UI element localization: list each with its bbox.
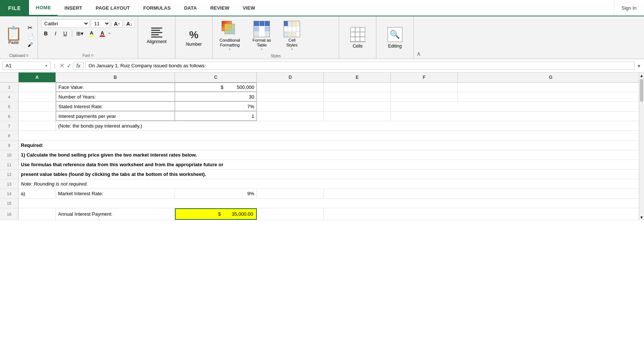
number-button[interactable]: % Number <box>181 27 206 49</box>
cell-16-c[interactable]: $ 35,000.00 <box>175 208 257 220</box>
cell-5-b[interactable]: Stated Interest Rate: <box>56 102 175 111</box>
cell-6-c[interactable]: 1 <box>175 112 257 121</box>
cut-button[interactable]: ✂ <box>26 23 35 32</box>
cell-3-f[interactable] <box>391 83 458 92</box>
cancel-edit-icon[interactable]: ✕ <box>60 62 64 69</box>
scrollbar-up-arrow[interactable]: ▲ <box>639 73 644 78</box>
tab-page-layout[interactable]: PAGE LAYOUT <box>89 0 137 16</box>
cell-4-f[interactable] <box>391 92 458 102</box>
tab-insert[interactable]: INSERT <box>58 0 89 16</box>
cell-3-e[interactable] <box>324 83 391 92</box>
confirm-edit-icon[interactable]: ✓ <box>67 62 71 69</box>
cell-11-a[interactable]: Use formulas that reference data from th… <box>19 160 644 169</box>
cell-5-f[interactable] <box>391 102 644 111</box>
col-header-f[interactable]: F <box>391 73 458 82</box>
cell-5-d[interactable] <box>257 102 324 111</box>
col-header-g[interactable]: G <box>458 73 644 82</box>
cell-4-b[interactable]: Number of Years: <box>56 92 175 102</box>
font-size-select[interactable]: 11 <box>91 19 110 28</box>
tab-home[interactable]: HOME <box>29 0 58 16</box>
col-header-d[interactable]: D <box>257 73 324 82</box>
tab-data[interactable]: DATA <box>177 0 203 16</box>
cell-10-a[interactable]: 1) Calculate the bond selling price give… <box>19 150 644 160</box>
cell-ref-dropdown-icon[interactable]: ▾ <box>45 64 47 68</box>
cell-styles-button[interactable]: CellStyles ▾ <box>279 19 305 52</box>
cell-12-a[interactable]: present value tables (found by clicking … <box>19 170 644 179</box>
cell-14-c[interactable]: 9% <box>175 189 257 198</box>
col-header-a[interactable]: A <box>19 73 56 82</box>
bold-button[interactable]: B <box>41 29 51 38</box>
cell-8-all[interactable] <box>19 131 644 140</box>
cell-6-a[interactable] <box>19 112 56 121</box>
alignment-button[interactable]: Alignment <box>142 25 171 46</box>
cell-4-g[interactable] <box>458 92 644 102</box>
cell-16-b[interactable]: Annual Interest Payment: <box>56 208 175 220</box>
function-button[interactable]: fx <box>73 62 84 70</box>
cell-6-b[interactable]: Interest payments per year <box>56 112 175 121</box>
fill-color-button[interactable]: A <box>87 29 96 38</box>
font-shrink-button[interactable]: A↓ <box>124 20 135 28</box>
col-header-b[interactable]: B <box>56 73 175 82</box>
cell-3-g[interactable] <box>458 83 644 92</box>
copy-button[interactable]: 📄 <box>26 33 35 40</box>
file-tab[interactable]: FILE <box>0 0 29 16</box>
font-expand-icon[interactable]: ⧉ <box>91 54 93 58</box>
cell-7-b[interactable]: (Note: the bonds pay interest annually.) <box>56 121 644 131</box>
cell-14-b[interactable]: Market Interest Rate: <box>56 189 175 198</box>
vertical-scrollbar[interactable]: ▲ ▼ <box>639 73 644 220</box>
underline-button[interactable]: U <box>60 29 70 38</box>
cells-icon <box>350 27 365 42</box>
ribbon-collapse-button[interactable]: ∧ <box>414 16 424 59</box>
cell-13-a[interactable]: Note: Rounding is not required. <box>19 179 644 189</box>
cell-3-a[interactable] <box>19 83 56 92</box>
format-as-table-button[interactable]: Format asTable ▾ <box>247 19 277 52</box>
cell-3-c[interactable]: $ 500,000 <box>175 83 257 92</box>
font-name-select[interactable]: Calibri <box>41 19 89 28</box>
italic-button[interactable]: I <box>52 29 59 38</box>
cell-5-a[interactable] <box>19 102 56 111</box>
cell-4-c[interactable]: 30 <box>175 92 257 102</box>
cell-6-f[interactable] <box>391 112 644 121</box>
cells-button[interactable]: Cells <box>346 25 370 51</box>
col-header-e[interactable]: E <box>324 73 391 82</box>
cell-3-d[interactable] <box>257 83 324 92</box>
editing-button[interactable]: 🔍 Editing <box>383 25 407 51</box>
scrollbar-thumb[interactable] <box>640 79 643 102</box>
editing-label: Editing <box>388 44 402 49</box>
cell-7-a[interactable] <box>19 121 56 131</box>
cell-6-d[interactable] <box>257 112 324 121</box>
cell-4-d[interactable] <box>257 92 324 102</box>
cell-16-d[interactable] <box>257 208 324 220</box>
cell-16-e[interactable] <box>324 208 644 220</box>
cell-5-c[interactable]: 7% <box>175 102 257 111</box>
clipboard-expand-icon[interactable]: ⧉ <box>26 54 28 58</box>
cell-styles-icon <box>284 21 300 37</box>
formula-expand-icon[interactable]: ▾ <box>636 63 642 69</box>
sign-in-button[interactable]: Sign In <box>614 0 644 16</box>
tab-formulas[interactable]: FORMULAS <box>137 0 178 16</box>
cell-16-a[interactable] <box>19 208 56 220</box>
font-color-button[interactable]: A <box>98 29 107 38</box>
format-painter-button[interactable]: 🖌 <box>26 41 35 48</box>
tab-review[interactable]: REVIEW <box>204 0 236 16</box>
cell-15-all[interactable] <box>19 199 644 208</box>
col-header-c[interactable]: C <box>175 73 257 82</box>
border-button[interactable]: ⊞▾ <box>74 29 86 38</box>
tab-view[interactable]: VIEW <box>236 0 262 16</box>
conditional-formatting-button[interactable]: ConditionalFormatting ▾ <box>215 19 245 52</box>
alignment-icon <box>151 28 162 38</box>
cell-reference-box[interactable]: A1 ▾ <box>2 61 51 70</box>
font-grow-button[interactable]: A↑ <box>112 20 122 28</box>
cell-14-a[interactable]: a) <box>19 189 56 198</box>
cell-4-e[interactable] <box>324 92 391 102</box>
cell-5-e[interactable] <box>324 102 391 111</box>
cell-14-d[interactable] <box>257 189 324 198</box>
cell-14-e[interactable] <box>324 189 644 198</box>
cell-3-b[interactable]: Face Value: <box>56 83 175 92</box>
cell-4-a[interactable] <box>19 92 56 102</box>
scrollbar-down-arrow[interactable]: ▼ <box>639 214 644 220</box>
paste-button[interactable]: 📋 Paste <box>2 25 25 46</box>
formula-input[interactable]: On January 1, Ruiz Company issued bonds … <box>85 61 635 70</box>
cell-6-e[interactable] <box>324 112 391 121</box>
cell-9-a[interactable]: Required: <box>19 141 644 150</box>
